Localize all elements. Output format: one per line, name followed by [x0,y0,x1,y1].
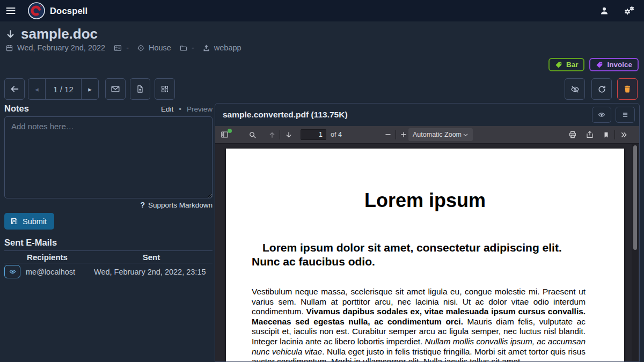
bookmark-icon [603,131,610,139]
add-files-button[interactable] [130,78,150,100]
save-icon [10,217,18,225]
notes-edit-link[interactable]: Edit [161,105,173,113]
item-correspondent[interactable]: - [126,43,129,52]
tag-invoice[interactable]: Invoice [589,58,639,71]
calendar-icon [5,44,13,52]
pdfjs-toolbar: of 4 Automatic Zoom [215,126,639,143]
docspell-logo-icon [28,2,45,19]
plus-icon [400,131,407,138]
mail-recipients: me@localhost [26,268,89,276]
tag-label: Bar [566,61,579,69]
eye-slash-icon [570,85,580,94]
item-name: sample.doc [21,26,98,42]
top-navbar: Docspell [0,0,644,21]
pager-next-button[interactable]: ▸ [81,79,98,99]
item-pager: ◂ 1 / 12 ▸ [28,78,99,100]
bars-icon [621,111,629,119]
qr-code-button[interactable] [155,78,175,100]
hide-item-button[interactable] [565,78,585,100]
notes-header: Notes Edit • Preview [4,104,213,114]
sent-emails-heading: Sent E-Mails [4,238,57,248]
notes-input[interactable] [4,116,213,198]
caret-right-icon: ▸ [88,85,92,93]
attachment-name: sample.converted.pdf (113.75K) [223,110,348,120]
file-upload-icon [136,84,144,94]
printer-icon [568,130,577,139]
chevron-down-icon [463,132,469,138]
arrow-down-icon [285,131,292,139]
attachment-panel: sample.converted.pdf (113.75K) [215,103,640,362]
pager-position: 1 / 12 [46,79,81,99]
pdf-zoom-select[interactable]: Automatic Zoom [408,128,473,141]
pdf-page: Lorem ipsum Lorem ipsum dolor sit amet, … [226,149,624,361]
pdf-bookmark-button[interactable] [599,126,613,143]
markdown-hint: ? Supports Markdown [4,201,213,209]
qr-code-icon [160,85,169,93]
pdf-document-paragraph: Vestibulum neque massa, scelerisque sit … [252,287,586,361]
pdf-scrollbar-thumb[interactable] [633,145,637,250]
settings-menu-button[interactable] [621,3,636,18]
user-menu-button[interactable] [597,3,612,18]
pdf-page-number-input[interactable] [301,129,326,140]
envelope-icon [111,84,120,94]
submit-label: Submit [23,217,47,226]
pdf-previous-page-button[interactable] [265,126,280,143]
mail-sent-date: Wed, February 2nd, 2022, 23:15 [94,268,206,276]
minus-icon [384,131,392,138]
notes-heading: Notes [4,104,29,114]
folder-icon [179,44,188,52]
tag-icon [555,61,562,69]
user-icon [599,6,609,16]
pdf-find-button[interactable] [245,126,260,143]
pdf-sidebar-toggle-button[interactable] [216,126,233,143]
reprocess-button[interactable] [591,78,612,100]
pdf-document-title: Lorem ipsum [226,189,624,212]
arrow-up-icon [268,131,276,139]
brand[interactable]: Docspell [28,2,87,19]
tag-list: Bar Invoice [548,58,639,71]
pdf-save-button[interactable] [582,126,598,143]
docspell-app: Docspell [0,0,644,362]
view-mail-button[interactable] [4,265,20,278]
crosshair-icon [137,44,145,52]
item-source[interactable]: webapp [214,43,241,52]
dot-separator: • [179,105,181,113]
item-toolbar: ◂ 1 / 12 ▸ [0,78,644,100]
upload-icon [202,44,210,52]
pdf-more-tools-button[interactable] [616,126,632,143]
attachment-menu-button[interactable] [616,107,635,123]
double-chevron-right-icon [620,131,628,139]
caret-left-icon: ◂ [35,85,39,93]
question-mark-icon[interactable]: ? [140,201,145,209]
attachment-view-button[interactable] [592,107,611,123]
refresh-icon [597,85,606,94]
sent-emails-table-header: Recipients Sent [4,250,213,263]
item-title-row: sample.doc [5,26,98,42]
send-mail-button[interactable] [105,78,126,100]
notification-dot [228,129,232,133]
notes-submit-button[interactable]: Submit [4,213,54,230]
item-meta-row: Wed, February 2nd, 2022 - House - webapp [5,43,241,52]
item-folder[interactable]: - [192,43,194,52]
pdf-print-button[interactable] [565,126,581,143]
arrow-left-icon [10,84,19,94]
address-card-icon [113,44,122,52]
tag-bar[interactable]: Bar [548,58,585,71]
notes-preview-link[interactable]: Preview [187,105,213,113]
pager-prev-button[interactable]: ◂ [28,79,46,99]
attachment-header: sample.converted.pdf (113.75K) [215,104,639,126]
menu-toggle-button[interactable] [0,0,21,21]
item-date[interactable]: Wed, February 2nd, 2022 [17,43,105,52]
sent-email-row: me@localhost Wed, February 2nd, 2022, 23… [4,265,213,278]
markdown-hint-label[interactable]: Supports Markdown [148,201,213,209]
pdf-viewer[interactable]: Lorem ipsum Lorem ipsum dolor sit amet, … [215,143,639,361]
delete-item-button[interactable] [617,78,638,100]
pdf-next-page-button[interactable] [281,126,296,143]
pdf-zoom-out-button[interactable] [380,126,396,143]
brand-name: Docspell [50,6,87,16]
column-recipients: Recipients [4,253,90,262]
pdf-document-subtitle: Lorem ipsum dolor sit amet, consectetur … [252,241,587,269]
item-concerning[interactable]: House [149,43,171,52]
back-button[interactable] [4,78,25,100]
navbar-right [597,3,644,18]
